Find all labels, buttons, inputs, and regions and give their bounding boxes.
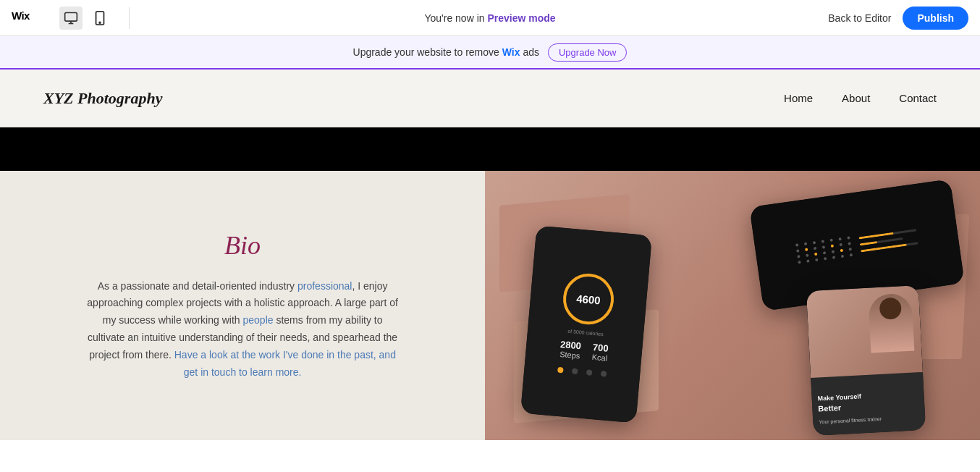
calorie-circle: 4600 [561,271,616,326]
device-icons [59,7,111,30]
upgrade-now-button[interactable]: Upgrade Now [548,43,628,62]
calorie-label: of 5000 calories [567,329,604,337]
nav-home[interactable]: Home [784,92,813,104]
phone-right-headline: Make Yourself Better [817,392,861,413]
calorie-value: 4600 [576,292,601,306]
phone-right: Make Yourself Better Your personal fitne… [806,285,926,436]
wix-logo: Wix [12,6,48,30]
phone-right-person [868,293,914,353]
steps-label: Steps [559,350,580,360]
svg-text:Wix: Wix [12,9,30,22]
top-bar-right: Back to Editor Publish [828,7,968,30]
vertical-divider [129,7,130,29]
main-content: Bio As a passionate and detail-oriented … [0,171,980,440]
black-section [0,127,980,171]
site-nav: Home About Contact [784,92,937,104]
upgrade-text: Upgrade your website to remove Wix ads [353,46,539,58]
bio-panel: Bio As a passionate and detail-oriented … [0,171,485,440]
phone-right-subtext: Your personal fitness trainer [819,416,882,425]
image-panel: 4600 of 5000 calories 2800 Steps 700 Kca… [485,171,980,440]
upgrade-banner: Upgrade your website to remove Wix ads U… [0,36,980,69]
phone-mid: 4600 of 5000 calories 2800 Steps 700 Kca… [520,226,652,423]
bio-text: As a passionate and detail-oriented indu… [83,278,402,382]
nav-contact[interactable]: Contact [899,92,937,104]
publish-button[interactable]: Publish [903,7,968,30]
top-bar: Wix You're now in Preview mode Back to E… [0,0,980,36]
site-logo: XYZ Photography [43,89,162,108]
desktop-view-button[interactable] [59,7,83,30]
svg-rect-1 [65,12,77,21]
site-header: XYZ Photography Home About Contact [0,69,980,127]
svg-point-5 [99,22,101,23]
back-to-editor-button[interactable]: Back to Editor [828,12,891,24]
bio-title: Bio [224,230,261,261]
preview-message: You're now in Preview mode [424,12,555,24]
nav-about[interactable]: About [842,92,870,104]
mobile-view-button[interactable] [88,7,111,30]
kcal-label: Kcal [592,353,608,363]
